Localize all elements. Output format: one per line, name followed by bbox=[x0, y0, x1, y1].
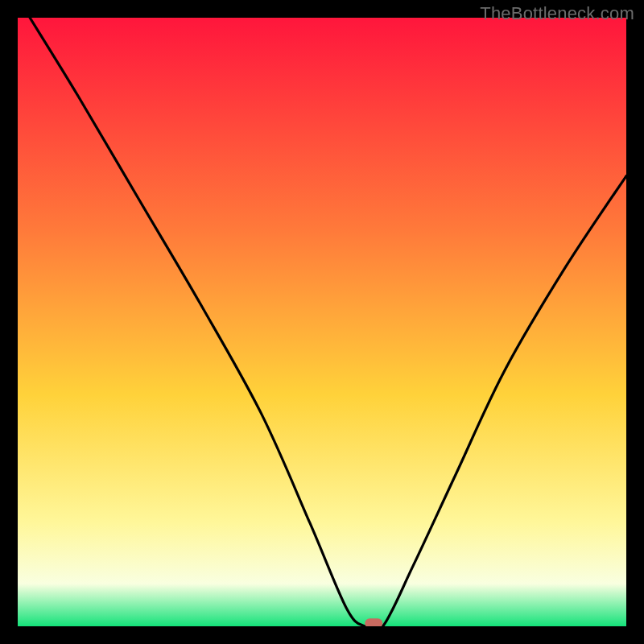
chart-background-gradient bbox=[18, 18, 626, 626]
chart-svg bbox=[18, 18, 626, 626]
chart-area bbox=[18, 18, 626, 626]
watermark-text: TheBottleneck.com bbox=[480, 3, 634, 24]
optimal-point-marker bbox=[365, 618, 382, 626]
